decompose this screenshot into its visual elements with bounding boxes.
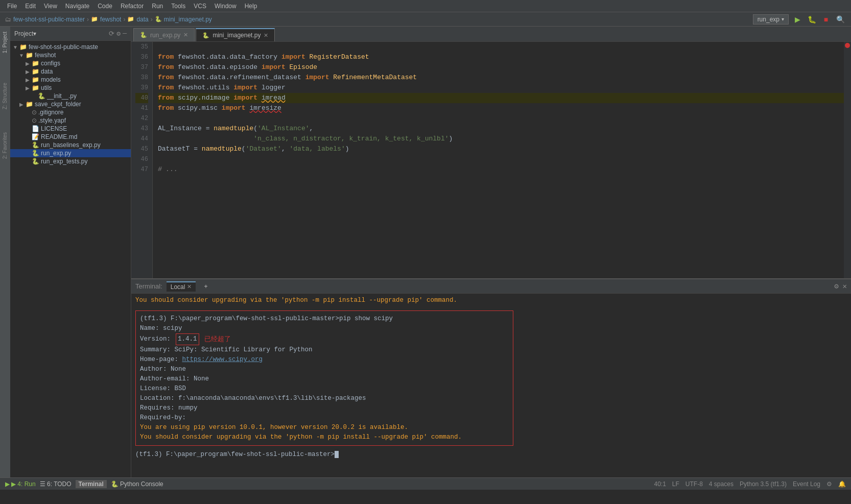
tree-save-ckpt[interactable]: ▶ 📁 save_ckpt_folder: [10, 100, 131, 108]
stop-button[interactable]: ■: [820, 14, 832, 25]
terminal-header-right: ⚙ ✕: [834, 282, 847, 291]
code-line-35: [158, 42, 844, 52]
tab-close-runexp[interactable]: ✕: [183, 32, 188, 38]
tree-fewshot[interactable]: ▼ 📁 fewshot: [10, 51, 131, 59]
tree-root[interactable]: ▼ 📁 few-shot-ssl-public-maste: [10, 43, 131, 51]
status-bar-left: ▶ ▶ 4: Run ☰ 6: TODO Terminal 🐍 Python C…: [5, 480, 163, 488]
debug-button[interactable]: 🐛: [806, 14, 817, 25]
term-warning3-line: You should consider upgrading via the 'p…: [140, 433, 509, 442]
menu-tools[interactable]: Tools: [168, 2, 188, 11]
terminal-box: (tf1.3) F:\paper_program\few-shot-ssl-pu…: [135, 310, 513, 446]
panel-icon-minimize[interactable]: —: [123, 30, 127, 38]
terminal-tab-close-local[interactable]: ✕: [187, 283, 192, 290]
menu-vcs[interactable]: VCS: [191, 2, 209, 11]
breadcrumb-file[interactable]: mini_imagenet.py: [164, 16, 212, 23]
terminal-settings-icon[interactable]: ⚙: [834, 282, 838, 291]
py-icon-runexp: 🐍: [32, 150, 39, 157]
tree-arrow-utils: ▶: [25, 85, 31, 91]
menu-refactor[interactable]: Refactor: [117, 2, 147, 11]
tab-mini-imagenet[interactable]: 🐍 mini_imagenet.py ✕: [196, 28, 275, 41]
tab-run-exp[interactable]: 🐍 run_exp.py ✕: [133, 28, 195, 41]
terminal-label: Terminal:: [135, 282, 162, 290]
tree-models[interactable]: ▶ 📁 models: [10, 76, 131, 84]
code-line-44: 'n_class, n_distractor, k_train, k_test,…: [158, 134, 844, 144]
breadcrumb-data[interactable]: data: [136, 16, 148, 23]
term-requires-text: Requires: numpy: [140, 404, 198, 412]
terminal-tab-add[interactable]: +: [200, 282, 211, 291]
terminal-content[interactable]: You should consider upgrading via the 'p…: [131, 294, 851, 477]
term-license-text: License: BSD: [140, 385, 186, 392]
tab-close-mini[interactable]: ✕: [264, 32, 268, 39]
terminal-tab-local[interactable]: Local ✕: [167, 281, 196, 292]
code-content[interactable]: from fewshot.data.data_factory import Re…: [153, 42, 844, 278]
term-summary-line: Summary: SciPy: Scientific Library for P…: [140, 345, 509, 355]
status-run-label: ▶ 4: Run: [11, 481, 36, 488]
menu-window[interactable]: Window: [211, 2, 240, 11]
run-button[interactable]: ▶: [792, 14, 803, 25]
panel-icon-sync[interactable]: ⟳: [109, 30, 114, 38]
breadcrumb-fewshot[interactable]: fewshot: [100, 16, 121, 23]
status-python-version[interactable]: Python 3.5 (tf1.3): [740, 481, 787, 488]
favorites-strip-label[interactable]: 2: Favorites: [1, 129, 9, 162]
tree-configs[interactable]: ▶ 📁 configs: [10, 59, 131, 67]
error-indicator: [845, 43, 850, 48]
terminal-header: Terminal: Local ✕ + ⚙ ✕: [131, 279, 851, 294]
tree-data[interactable]: ▶ 📁 data: [10, 67, 131, 76]
structure-strip-label[interactable]: Z: Structure: [1, 80, 9, 112]
menu-navigate[interactable]: Navigate: [62, 2, 92, 11]
status-py-console-button[interactable]: 🐍 Python Console: [111, 481, 163, 488]
add-tab-icon: +: [204, 283, 207, 290]
tree-license[interactable]: 📄 LICENSE: [10, 125, 131, 133]
terminal-area: Terminal: Local ✕ + ⚙ ✕: [131, 278, 851, 477]
search-button[interactable]: 🔍: [835, 14, 846, 25]
status-position[interactable]: 40:1: [654, 481, 666, 488]
status-todo-label: ☰ 6: TODO: [40, 481, 72, 488]
terminal-close-icon[interactable]: ✕: [843, 282, 847, 291]
py-icon-init: 🐍: [38, 92, 45, 100]
status-py-console-label: 🐍 Python Console: [111, 481, 163, 488]
menu-edit[interactable]: Edit: [22, 2, 39, 11]
status-run-button[interactable]: ▶ ▶ 4: Run: [5, 481, 36, 488]
tree-label-models: models: [41, 76, 61, 83]
code-line-38: from fewshot.data.refinement_dataset imp…: [158, 73, 844, 83]
tree-label-runexp: run_exp.py: [41, 150, 71, 157]
editor-area: 🐍 run_exp.py ✕ 🐍 mini_imagenet.py ✕ 35 3…: [131, 27, 851, 477]
project-strip-label[interactable]: 1: Project: [1, 29, 9, 56]
status-encoding[interactable]: UTF-8: [685, 481, 703, 488]
menu-help[interactable]: Help: [242, 2, 261, 11]
status-todo-button[interactable]: ☰ 6: TODO: [40, 481, 72, 488]
status-terminal-button[interactable]: Terminal: [76, 480, 107, 488]
panel-title: Project▾: [14, 30, 36, 37]
tab-label-runexp: run_exp.py: [150, 32, 180, 39]
status-indent[interactable]: 4 spaces: [709, 481, 734, 488]
tree-init-py[interactable]: 🐍 __init__.py: [10, 92, 131, 100]
menu-code[interactable]: Code: [94, 2, 115, 11]
menu-run[interactable]: Run: [149, 2, 166, 11]
folder-icon-save: 📁: [26, 101, 33, 108]
status-line-sep[interactable]: LF: [672, 481, 679, 488]
left-activity-bar: 1: Project Z: Structure 2: Favorites: [0, 27, 10, 477]
settings-icon[interactable]: ⚙: [826, 481, 832, 488]
menu-view[interactable]: View: [41, 2, 60, 11]
panel-icon-settings[interactable]: ⚙: [116, 30, 121, 38]
tree-run-baselines[interactable]: 🐍 run_baselines_exp.py: [10, 141, 131, 149]
folder-icon-configs: 📁: [32, 60, 39, 67]
tree-readme[interactable]: 📝 README.md: [10, 133, 131, 141]
tree-run-exp-tests[interactable]: 🐍 run_exp_tests.py: [10, 157, 131, 165]
tree-utils[interactable]: ▶ 📁 utils: [10, 84, 131, 92]
tree-run-exp[interactable]: 🐍 run_exp.py: [10, 149, 131, 157]
notification-icon[interactable]: 🔔: [838, 481, 846, 488]
status-event-log[interactable]: Event Log: [793, 481, 820, 488]
tree-style-yapf[interactable]: ⊙ .style.yapf: [10, 116, 131, 125]
menu-file[interactable]: File: [4, 2, 20, 11]
tree-label-yapf: .style.yapf: [38, 117, 66, 124]
term-homepage-line: Home-page: https://www.scipy.org: [140, 355, 509, 365]
term-prompt-text1: (tf1.3) F:\paper_program\few-shot-ssl-pu…: [140, 315, 393, 322]
term-homepage-url[interactable]: https://www.scipy.org: [182, 356, 263, 363]
run-icon: ▶: [5, 481, 10, 488]
tree-gitignore[interactable]: ⊙ .gitignore: [10, 108, 131, 116]
run-config-selector[interactable]: run_exp ▾: [753, 14, 789, 25]
tree-label-init: __init__.py: [47, 92, 77, 100]
breadcrumb-root[interactable]: few-shot-ssl-public-master: [13, 16, 85, 23]
tree-label-utils: utils: [41, 84, 52, 91]
